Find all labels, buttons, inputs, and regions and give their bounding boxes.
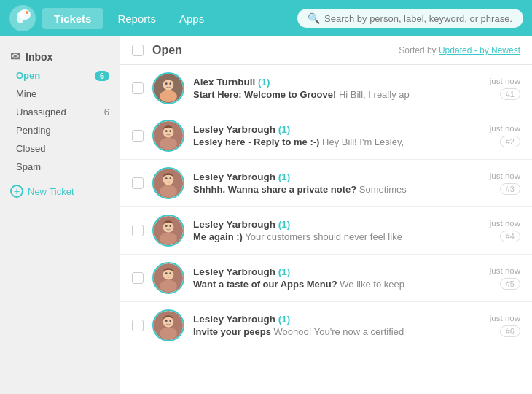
table-row[interactable]: Lesley Yarbrough (1) Want a taste of our… (120, 255, 532, 302)
inbox-icon: ✉ (10, 50, 20, 63)
svg-point-5 (163, 80, 174, 90)
logo-icon (9, 4, 36, 32)
sidebar-unassigned-label: Unassigned (16, 107, 66, 117)
svg-point-34 (165, 320, 168, 322)
table-row[interactable]: Alex Turnbull (1) Start Here: Welcome to… (120, 65, 532, 112)
ticket-checkbox[interactable] (132, 320, 144, 331)
ticket-checkbox[interactable] (132, 130, 144, 142)
ticket-name: Lesley Yarbrough (1) (193, 266, 481, 277)
ticket-meta: just now #6 (490, 314, 520, 337)
ticket-body: Lesley Yarbrough (1) Shhhh. Wanna share … (193, 171, 481, 195)
avatar (152, 262, 184, 294)
sidebar-pending-label: Pending (16, 125, 51, 136)
tickets-list: Alex Turnbull (1) Start Here: Welcome to… (120, 65, 532, 394)
svg-point-18 (160, 185, 177, 197)
ticket-subject-bold: Start Here: Welcome to Groove! (193, 89, 336, 100)
ticket-subject-preview: Woohoo! You're now a certified (274, 326, 404, 337)
sidebar-inbox-header: ✉ Inbox (0, 44, 120, 66)
svg-rect-9 (159, 80, 163, 86)
ticket-time: just now (490, 219, 520, 228)
svg-point-13 (160, 138, 177, 150)
ticket-checkbox[interactable] (132, 82, 144, 94)
sidebar-item-pending[interactable]: Pending (0, 121, 120, 139)
avatar (152, 215, 184, 247)
ticket-subject-preview: We like to keep (340, 279, 404, 290)
svg-point-23 (160, 233, 177, 244)
svg-point-17 (163, 174, 174, 185)
table-row[interactable]: Lesley Yarbrough (1) Lesley here - Reply… (120, 112, 532, 160)
svg-point-24 (165, 225, 168, 227)
main-content: Open Sorted by Updated - by Newest Alex … (120, 36, 532, 394)
sorted-by-link[interactable]: Updated - by Newest (439, 45, 520, 55)
ticket-num: #5 (500, 278, 520, 290)
sidebar-item-spam[interactable]: Spam (0, 158, 120, 176)
ticket-count: (1) (258, 77, 270, 88)
ticket-subject: Invite your peeps Woohoo! You're now a c… (193, 326, 481, 337)
sidebar-open-label: Open (16, 70, 40, 81)
avatar (152, 120, 184, 152)
sidebar-item-mine[interactable]: Mine (0, 85, 120, 103)
sidebar-item-unassigned[interactable]: Unassigned 6 (0, 103, 120, 121)
svg-point-12 (163, 127, 174, 138)
ticket-num: #4 (500, 231, 520, 242)
reports-nav-link[interactable]: Reports (106, 8, 168, 29)
svg-point-32 (163, 317, 174, 328)
ticket-meta: just now #5 (490, 266, 520, 290)
ticket-name: Alex Turnbull (1) (193, 77, 481, 88)
ticket-meta: just now #1 (490, 77, 520, 100)
ticket-count: (1) (278, 171, 291, 182)
svg-point-8 (169, 82, 171, 85)
sorted-by: Sorted by Updated - by Newest (399, 45, 520, 55)
table-row[interactable]: Lesley Yarbrough (1) Me again :) Your cu… (120, 207, 532, 255)
sidebar: ✉ Inbox Open 6 Mine Unassigned 6 Pending… (0, 36, 120, 394)
ticket-count: (1) (278, 266, 291, 277)
top-nav: Tickets Reports Apps 🔍 (0, 0, 532, 36)
ticket-checkbox[interactable] (132, 272, 144, 284)
ticket-time: just now (490, 171, 520, 180)
sidebar-item-closed[interactable]: Closed (0, 139, 120, 158)
ticket-subject-preview: Hey Bill! I'm Lesley, (322, 136, 404, 147)
ticket-time: just now (490, 314, 520, 322)
sidebar-item-open[interactable]: Open 6 (0, 66, 120, 85)
ticket-body: Lesley Yarbrough (1) Me again :) Your cu… (193, 219, 481, 242)
svg-point-29 (165, 272, 168, 274)
ticket-meta: just now #4 (490, 219, 520, 242)
svg-point-25 (169, 225, 171, 227)
sidebar-mine-label: Mine (16, 88, 36, 99)
svg-point-28 (160, 280, 177, 292)
tickets-nav-button[interactable]: Tickets (42, 8, 103, 29)
ticket-num: #2 (500, 136, 520, 147)
svg-point-22 (163, 222, 174, 233)
ticket-subject: Lesley here - Reply to me :-) Hey Bill! … (193, 136, 481, 147)
avatar (152, 309, 184, 341)
inbox-label: Inbox (26, 51, 52, 63)
table-row[interactable]: Lesley Yarbrough (1) Shhhh. Wanna share … (120, 160, 532, 207)
svg-point-27 (163, 269, 174, 280)
ticket-name: Lesley Yarbrough (1) (193, 124, 481, 135)
ticket-num: #3 (500, 183, 520, 195)
ticket-body: Alex Turnbull (1) Start Here: Welcome to… (193, 77, 481, 100)
ticket-subject-bold: Shhhh. Wanna share a private note? (193, 184, 356, 195)
search-icon: 🔍 (308, 12, 320, 24)
new-ticket-button[interactable]: + New Ticket (0, 179, 120, 204)
search-bar[interactable]: 🔍 (297, 9, 523, 28)
ticket-count: (1) (278, 219, 291, 230)
search-input[interactable] (324, 13, 513, 24)
table-row[interactable]: Lesley Yarbrough (1) Invite your peeps W… (120, 302, 532, 349)
sidebar-closed-label: Closed (16, 143, 45, 154)
select-all-checkbox[interactable] (132, 45, 144, 56)
list-header: Open Sorted by Updated - by Newest (120, 36, 532, 65)
ticket-checkbox[interactable] (132, 177, 144, 189)
ticket-body: Lesley Yarbrough (1) Lesley here - Reply… (193, 124, 481, 147)
ticket-num: #1 (500, 88, 520, 100)
avatar (152, 72, 184, 104)
layout: ✉ Inbox Open 6 Mine Unassigned 6 Pending… (0, 36, 532, 394)
apps-nav-link[interactable]: Apps (168, 8, 216, 29)
ticket-checkbox[interactable] (132, 225, 144, 236)
ticket-name: Lesley Yarbrough (1) (193, 171, 481, 182)
svg-point-3 (26, 11, 28, 14)
ticket-count: (1) (278, 124, 291, 135)
ticket-subject-bold: Invite your peeps (193, 326, 271, 337)
svg-point-19 (165, 177, 168, 179)
ticket-subject-preview: Your customers should never feel like (245, 231, 402, 242)
